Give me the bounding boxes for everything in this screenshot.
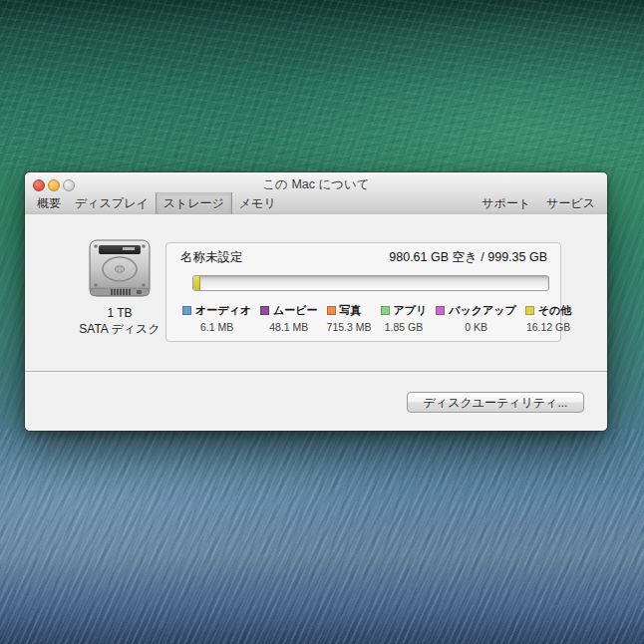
window-title: この Mac について xyxy=(25,176,607,193)
disk-utility-button[interactable]: ディスクユーティリティ... xyxy=(407,392,584,413)
toolbar: 概要 ディスプレイ ストレージ メモリ サポート サービス xyxy=(25,192,607,214)
legend-item: アプリ1.85 GB xyxy=(381,303,428,333)
tab-memory[interactable]: メモリ xyxy=(232,192,283,214)
category-swatch xyxy=(436,306,445,315)
hard-drive-icon xyxy=(87,236,153,300)
category-label: オーディオ xyxy=(195,303,251,318)
category-size: 6.1 MB xyxy=(182,321,251,333)
usage-bar xyxy=(192,275,549,291)
panel-header: 名称未設定 980.61 GB 空き / 999.35 GB xyxy=(180,249,547,266)
category-swatch xyxy=(327,306,336,315)
category-size: 48.1 MB xyxy=(260,321,318,333)
category-label: バックアップ xyxy=(449,303,516,318)
legend-item: バックアップ0 KB xyxy=(436,303,516,333)
category-swatch xyxy=(525,306,534,315)
section-divider xyxy=(25,371,607,373)
category-size: 0 KB xyxy=(436,321,516,333)
usage-bar-used xyxy=(193,276,200,290)
usage-legend: オーディオ6.1 MBムービー48.1 MB写真715.3 MBアプリ1.85 … xyxy=(182,303,554,333)
legend-item: ムービー48.1 MB xyxy=(260,303,318,333)
tab-overview[interactable]: 概要 xyxy=(30,192,68,214)
category-label: ムービー xyxy=(273,303,318,318)
category-label: その他 xyxy=(538,303,572,318)
category-swatch xyxy=(260,306,269,315)
service-link[interactable]: サービス xyxy=(538,192,603,214)
category-size: 1.85 GB xyxy=(381,321,428,333)
category-label: 写真 xyxy=(340,303,362,318)
volume-name: 名称未設定 xyxy=(180,249,243,266)
category-size: 16.12 GB xyxy=(525,321,572,333)
category-swatch xyxy=(182,306,191,315)
legend-item: その他16.12 GB xyxy=(525,303,572,333)
storage-pane: 1 TB SATA ディスク 名称未設定 980.61 GB 空き / 999.… xyxy=(25,214,607,431)
category-label: アプリ xyxy=(394,303,428,318)
legend-item: 写真715.3 MB xyxy=(327,303,372,333)
free-space-summary: 980.61 GB 空き / 999.35 GB xyxy=(389,249,547,266)
tab-displays[interactable]: ディスプレイ xyxy=(68,192,156,214)
legend-item: オーディオ6.1 MB xyxy=(182,303,251,333)
category-swatch xyxy=(381,306,390,315)
volume-usage-panel: 名称未設定 980.61 GB 空き / 999.35 GB オーディオ6.1 … xyxy=(165,242,561,342)
about-mac-window: この Mac について 概要 ディスプレイ ストレージ メモリ サポート サービ… xyxy=(25,172,607,431)
category-size: 715.3 MB xyxy=(327,321,372,333)
tab-storage[interactable]: ストレージ xyxy=(156,192,232,214)
support-link[interactable]: サポート xyxy=(474,192,538,214)
titlebar: この Mac について 概要 ディスプレイ ストレージ メモリ サポート サービ… xyxy=(25,172,607,215)
